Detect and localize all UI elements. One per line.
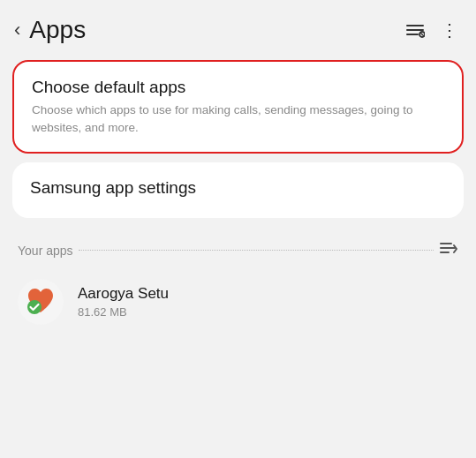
header-left: ‹ Apps [14, 16, 86, 44]
page-title: Apps [29, 16, 86, 44]
app-size: 81.62 MB [78, 305, 169, 319]
choose-default-apps-title: Choose default apps [32, 78, 444, 97]
filter-icon[interactable] [405, 22, 425, 38]
svg-line-4 [420, 33, 424, 36]
app-name: Aarogya Setu [78, 285, 169, 303]
choose-default-apps-card[interactable]: Choose default apps Choose which apps to… [12, 60, 464, 154]
samsung-app-settings-card[interactable]: Samsung app settings [12, 162, 464, 218]
content: Choose default apps Choose which apps to… [0, 56, 476, 337]
your-apps-label: Your apps [18, 244, 73, 258]
app-info: Aarogya Setu 81.62 MB [78, 285, 169, 319]
sort-icon[interactable] [439, 239, 458, 261]
header-right: ⋮ [405, 19, 458, 41]
header: ‹ Apps ⋮ [0, 0, 476, 56]
avatar [18, 279, 64, 325]
samsung-app-settings-title: Samsung app settings [30, 178, 446, 198]
your-apps-row: Your apps [12, 227, 464, 270]
choose-default-apps-subtitle: Choose which apps to use for making call… [32, 101, 444, 136]
back-icon[interactable]: ‹ [14, 19, 20, 41]
more-icon[interactable]: ⋮ [441, 19, 458, 41]
your-apps-divider [79, 250, 434, 251]
app-item-aarogya-setu[interactable]: Aarogya Setu 81.62 MB [12, 270, 464, 334]
